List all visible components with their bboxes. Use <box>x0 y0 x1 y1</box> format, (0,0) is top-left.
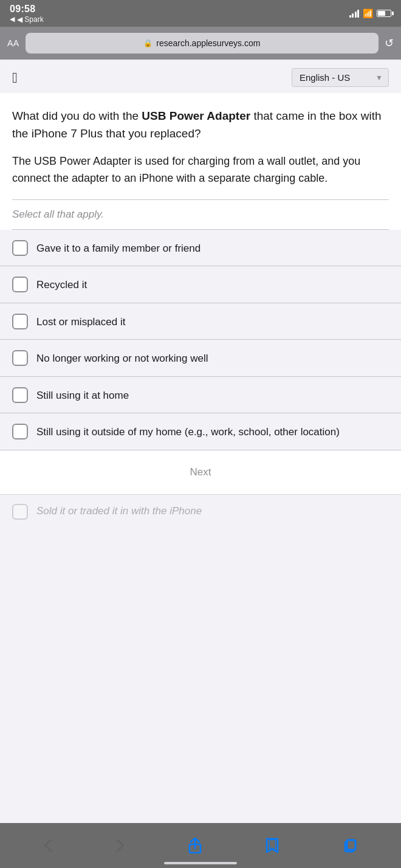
question-bold: USB Power Adapter <box>142 109 250 122</box>
reload-button[interactable]: ↺ <box>385 36 394 50</box>
back-icon <box>44 839 52 852</box>
tabs-button[interactable] <box>334 833 366 858</box>
checkbox-6[interactable] <box>12 424 28 439</box>
aa-button[interactable]: AA <box>7 38 19 48</box>
option-item[interactable]: Lost or misplaced it <box>0 303 401 340</box>
bottom-nav <box>0 823 401 868</box>
back-button[interactable] <box>35 834 61 857</box>
home-indicator <box>164 862 237 864</box>
signal-icon <box>349 9 360 18</box>
battery-icon <box>377 10 391 17</box>
question-prefix: What did you do with the <box>12 109 142 122</box>
status-spark: ◀ ◀ Spark <box>10 15 44 24</box>
checkbox-partial[interactable] <box>12 504 28 520</box>
checkbox-3[interactable] <box>12 314 28 329</box>
status-time: 09:58 <box>10 4 44 15</box>
option-item[interactable]: Gave it to a family member or friend <box>0 230 401 267</box>
lock-icon: 🔒 <box>143 39 153 47</box>
status-icons: 📶 <box>349 9 392 18</box>
apple-logo:  <box>12 69 18 86</box>
question-text: What did you do with the USB Power Adapt… <box>12 108 389 142</box>
next-button[interactable]: Next <box>12 460 389 484</box>
share-icon <box>188 838 202 853</box>
option-label-1: Gave it to a family member or friend <box>36 239 200 257</box>
checkbox-4[interactable] <box>12 350 28 366</box>
option-label-6: Still using it outside of my home (e.g.,… <box>36 423 340 440</box>
browser-bar: AA 🔒 research.applesurveys.com ↺ <box>0 27 401 60</box>
option-item[interactable]: Still using it outside of my home (e.g.,… <box>0 413 401 450</box>
url-text: research.applesurveys.com <box>156 38 260 48</box>
partial-option-label: Sold it or traded it in with the iPhone <box>36 504 202 518</box>
question-description: The USB Power Adapter is used for chargi… <box>12 153 389 200</box>
checkbox-2[interactable] <box>12 277 28 292</box>
forward-button[interactable] <box>108 834 133 857</box>
select-all-label: Select all that apply. <box>12 200 389 230</box>
tabs-icon <box>343 838 357 853</box>
forward-icon <box>116 839 125 852</box>
option-label-2: Recycled it <box>36 276 87 293</box>
option-label-5: Still using it at home <box>36 387 129 404</box>
language-selector-wrapper[interactable]: English - US Spanish French German ▼ <box>292 68 389 87</box>
share-button[interactable] <box>180 833 210 858</box>
partial-option-item[interactable]: Sold it or traded it in with the iPhone <box>0 494 401 528</box>
bookmarks-button[interactable] <box>257 833 287 858</box>
status-bar: 09:58 ◀ ◀ Spark 📶 <box>0 0 401 27</box>
checkbox-1[interactable] <box>12 240 28 256</box>
language-select[interactable]: English - US Spanish French German <box>292 68 389 87</box>
wifi-icon: 📶 <box>363 9 373 18</box>
next-section: Next <box>0 450 401 494</box>
options-list: Gave it to a family member or friend Rec… <box>0 230 401 450</box>
checkbox-5[interactable] <box>12 387 28 403</box>
svg-rect-2 <box>347 840 355 850</box>
option-label-4: No longer working or not working well <box>36 350 208 367</box>
option-item[interactable]: Still using it at home <box>0 377 401 414</box>
url-bar[interactable]: 🔒 research.applesurveys.com <box>26 33 379 53</box>
option-label-3: Lost or misplaced it <box>36 313 125 330</box>
bookmarks-icon <box>266 838 279 853</box>
option-item[interactable]: Recycled it <box>0 266 401 303</box>
page-header:  English - US Spanish French German ▼ <box>0 60 401 93</box>
content-area: What did you do with the USB Power Adapt… <box>0 93 401 230</box>
option-item[interactable]: No longer working or not working well <box>0 340 401 377</box>
